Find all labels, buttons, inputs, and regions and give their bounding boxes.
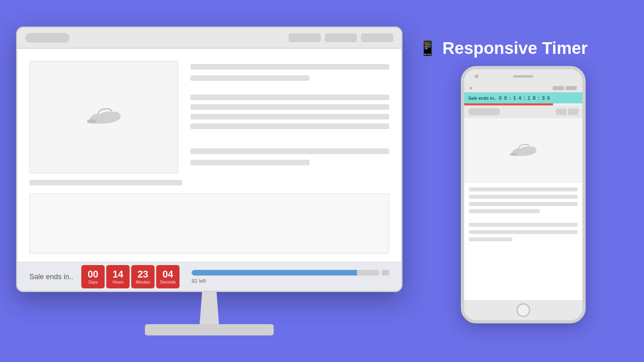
hours-value: 14 — [113, 269, 124, 279]
product-image-box — [29, 61, 178, 173]
phone-browser-chrome — [464, 105, 582, 118]
phone-wrapper: Sale ends in.. 0 0 : 1 4 : 1 8 : 3 0 — [419, 66, 628, 323]
phone-chrome-btn-1 — [556, 109, 566, 115]
product-bottom-placeholder — [29, 180, 182, 185]
phone-countdown-bar: Sale ends in.. 0 0 : 1 4 : 1 8 : 3 0 — [464, 93, 582, 103]
countdown-bar: Sale ends in.. 00 Days 14 Hours 23 Minut… — [17, 262, 401, 291]
desc-line-1 — [190, 95, 389, 100]
phone-product-image — [464, 118, 582, 183]
progress-bar-fill — [192, 270, 357, 276]
phone-line-2 — [469, 195, 578, 199]
product-details — [190, 61, 389, 173]
desc-line-3 — [190, 114, 389, 119]
product-subtitle-line — [190, 75, 310, 81]
desc-line-5 — [190, 148, 389, 154]
days-block: 00 Days — [81, 265, 105, 288]
desc-line-2 — [190, 104, 389, 110]
phone-product-icon — [507, 138, 539, 163]
phone-speaker — [513, 75, 533, 78]
seconds-unit: Seconds — [160, 280, 176, 284]
panel-title-area: 📱 Responsive Timer — [419, 39, 628, 58]
phone-address-bar — [468, 108, 500, 115]
status-dot-1 — [470, 87, 472, 89]
phone-sale-label: Sale ends in.. — [468, 96, 496, 101]
product-title-line — [190, 64, 389, 70]
days-value: 00 — [88, 269, 99, 279]
minutes-block: 23 Minutes — [131, 265, 155, 288]
status-dots — [470, 87, 472, 89]
browser-chrome — [17, 28, 401, 49]
phone-timer-digits: 0 0 : 1 4 : 1 8 : 3 0 — [499, 95, 550, 101]
desc-line-6 — [190, 160, 310, 165]
browser-controls — [25, 33, 70, 43]
progress-dot — [382, 270, 389, 276]
phone-page-body — [464, 118, 582, 300]
nav-buttons — [289, 33, 393, 42]
progress-section: 92 left — [192, 270, 389, 284]
phone-line-5 — [469, 223, 578, 227]
phone-home-area — [464, 300, 582, 320]
phone-title-icon: 📱 — [419, 40, 437, 57]
right-panel: 📱 Responsive Timer Sale ends — [419, 39, 628, 323]
phone-line-7 — [469, 237, 512, 241]
phone-line-3 — [469, 202, 578, 206]
desc-line-4 — [190, 123, 389, 129]
status-line-2 — [566, 86, 577, 90]
nav-btn-3 — [361, 33, 393, 42]
phone-line-1 — [469, 187, 578, 191]
phone-content-lines — [464, 183, 582, 246]
timer-blocks: 00 Days 14 Hours 23 Minutes 04 Seconds — [81, 265, 180, 288]
monitor-base — [145, 324, 274, 335]
product-section — [29, 61, 389, 173]
hours-unit: Hours — [113, 280, 124, 284]
status-lines — [553, 86, 577, 90]
sale-ends-label: Sale ends in.. — [29, 273, 73, 281]
page-content — [17, 49, 401, 262]
phone-chrome-btn-2 — [568, 109, 578, 115]
seconds-block: 04 Seconds — [156, 265, 180, 288]
nav-btn-1 — [289, 33, 321, 42]
progress-label: 92 left — [192, 278, 389, 284]
phone-camera — [475, 74, 479, 78]
hours-block: 14 Hours — [106, 265, 130, 288]
minutes-value: 23 — [138, 269, 149, 279]
days-unit: Days — [89, 280, 98, 284]
nav-btn-2 — [325, 33, 357, 42]
phone-line-4 — [469, 209, 540, 213]
browser-body: Sale ends in.. 00 Days 14 Hours 23 Minut… — [17, 49, 401, 291]
phone-notch — [464, 69, 582, 84]
phone-mockup: Sale ends in.. 0 0 : 1 4 : 1 8 : 3 0 — [461, 66, 586, 323]
phone-chrome-buttons — [556, 109, 578, 115]
svg-point-0 — [87, 119, 97, 123]
minutes-unit: Minutes — [136, 280, 150, 284]
svg-point-1 — [510, 152, 518, 156]
panel-title: Responsive Timer — [442, 39, 588, 58]
desktop-monitor: Sale ends in.. 00 Days 14 Hours 23 Minut… — [16, 27, 402, 292]
progress-bar-bg — [192, 270, 380, 276]
phone-status-bar — [464, 84, 582, 93]
phone-home-button[interactable] — [516, 303, 530, 317]
content-box — [29, 193, 389, 254]
description-lines — [190, 95, 389, 129]
phone-line-6 — [469, 230, 578, 234]
status-line-1 — [553, 86, 564, 90]
seconds-value: 04 — [163, 269, 173, 279]
product-placeholder-icon — [84, 100, 124, 134]
monitor-neck:  — [197, 292, 221, 324]
